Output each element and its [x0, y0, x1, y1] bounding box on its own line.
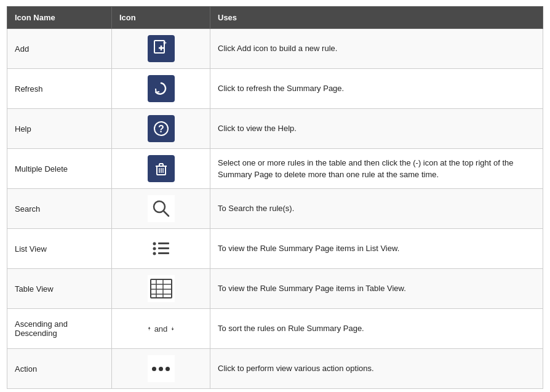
icon-uses-cell: To view the Rule Summary Page items in T… [210, 269, 543, 309]
icon-uses-cell: Click to view the Help. [210, 109, 543, 149]
sort-icon: and [148, 315, 175, 342]
icon-uses-cell: Click Add icon to build a new rule. [210, 29, 543, 69]
table-row: Search To Search the rule(s). [7, 189, 543, 229]
icon-display-cell: and [112, 309, 210, 349]
icon-name-cell: Refresh [7, 69, 112, 109]
svg-rect-19 [158, 247, 169, 249]
icon-display-cell [112, 189, 210, 229]
icon-display-cell [112, 229, 210, 269]
svg-point-18 [153, 247, 156, 250]
table-row: Add + Click Add icon to build a new rule… [7, 29, 543, 69]
col-header-name: Icon Name [7, 7, 112, 29]
help-icon: ? [148, 115, 175, 142]
table-row: Help ? Click to view the Help. [7, 109, 543, 149]
search-icon [148, 195, 175, 222]
trash-icon [148, 155, 175, 182]
icon-uses-cell: To Search the rule(s). [210, 189, 543, 229]
action-dots-icon [148, 355, 175, 382]
svg-point-16 [153, 242, 156, 246]
col-header-uses: Uses [210, 7, 543, 29]
svg-rect-17 [158, 242, 169, 244]
icon-name-cell: Help [7, 109, 112, 149]
icon-name-cell: Ascending and Descending [7, 309, 112, 349]
icon-reference-table: Icon Name Icon Uses Add + Click Add icon… [7, 6, 543, 389]
table-row: Ascending and Descending and To sort the… [7, 309, 543, 349]
icon-display-cell [112, 149, 210, 189]
svg-text:?: ? [158, 124, 164, 134]
icon-uses-cell: To sort the rules on Rule Summary Page. [210, 309, 543, 349]
icon-name-cell: Search [7, 189, 112, 229]
svg-rect-22 [151, 279, 172, 298]
add-icon: + [148, 35, 175, 62]
list-view-icon [148, 235, 175, 262]
icon-uses-cell: Select one or more rules in the table an… [210, 149, 543, 189]
icon-display-cell [112, 69, 210, 109]
icon-name-cell: Table View [7, 269, 112, 309]
table-row: Table View To view the Rule Summary Page… [7, 269, 543, 309]
icon-display-cell: ? [112, 109, 210, 149]
svg-point-20 [153, 252, 156, 255]
icon-uses-cell: Click to perform view various action opt… [210, 349, 543, 389]
refresh-icon [148, 75, 175, 102]
icon-uses-cell: To view the Rule Summary Page items in L… [210, 229, 543, 269]
table-view-icon [148, 275, 175, 302]
icon-uses-cell: Click to refresh the Summary Page. [210, 69, 543, 109]
svg-rect-21 [158, 252, 169, 254]
icon-name-cell: Multiple Delete [7, 149, 112, 189]
icon-name-cell: Add [7, 29, 112, 69]
icon-name-cell: Action [7, 349, 112, 389]
table-row: List View To view the Rule Summary Page … [7, 229, 543, 269]
table-row: Refresh Click to refresh the Summary Pag… [7, 69, 543, 109]
icon-display-cell [112, 349, 210, 389]
table-row: Multiple Delete Select one or more rules… [7, 149, 543, 189]
col-header-icon: Icon [112, 7, 210, 29]
icon-name-cell: List View [7, 229, 112, 269]
table-row: Action Click to perform view various act… [7, 349, 543, 389]
icon-display-cell: + [112, 29, 210, 69]
icon-display-cell [112, 269, 210, 309]
svg-text:+: + [163, 39, 167, 46]
svg-line-15 [164, 211, 169, 216]
